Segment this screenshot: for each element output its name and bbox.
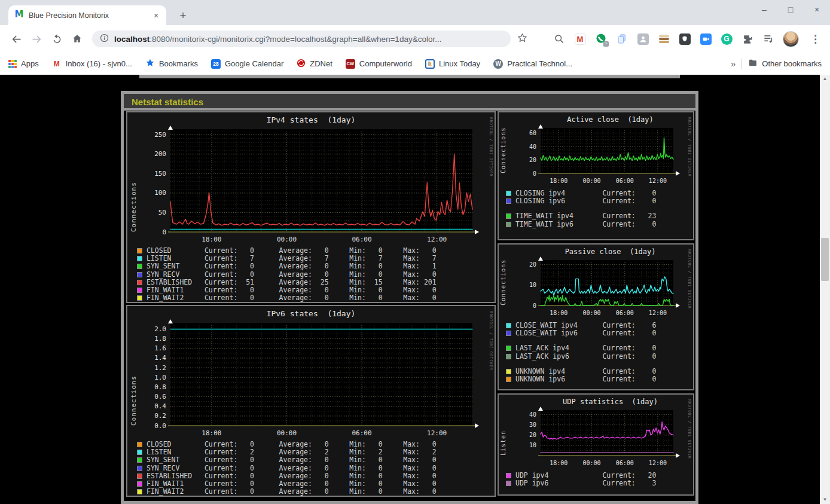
svg-text:06:00: 06:00 <box>352 429 372 437</box>
udp-statistics-graph-panel[interactable]: 18:0000:0006:0012:0010203040 UDP statist… <box>498 393 694 496</box>
svg-text:10: 10 <box>529 282 536 288</box>
svg-text:06:00: 06:00 <box>616 178 634 184</box>
video-camera-icon[interactable] <box>699 32 712 45</box>
wordpress-w-icon: W <box>493 59 503 69</box>
privacy-shield-icon[interactable] <box>678 32 691 45</box>
passive-close-plot: 18:0000:0006:0012:0001020 <box>499 245 693 321</box>
svg-text:18:00: 18:00 <box>550 310 567 316</box>
svg-text:18:00: 18:00 <box>550 460 567 466</box>
new-tab-button[interactable]: + <box>176 8 190 23</box>
bookmark-zdnet[interactable]: ZDNet <box>297 59 332 69</box>
bookmark-apps[interactable]: Apps <box>8 59 39 68</box>
ipv6-states-graph-panel[interactable]: 18:0000:0006:0012:000.00.20.40.60.81.01.… <box>126 305 496 497</box>
bookmark-practical-technology[interactable]: W Practical Technol... <box>493 59 572 69</box>
bookmark-bookmarks[interactable]: Bookmarks <box>145 58 198 69</box>
svg-text:1.0: 1.0 <box>154 374 166 381</box>
section-title: Netstat statistics <box>124 94 695 111</box>
grammarly-icon[interactable]: G <box>720 32 733 45</box>
svg-text:06:00: 06:00 <box>616 310 634 316</box>
zdnet-globe-icon <box>297 59 306 69</box>
scroll-down-arrow[interactable]: ▼ <box>820 496 830 504</box>
browser-menu-icon[interactable]: ⋮ <box>807 33 824 45</box>
svg-text:0: 0 <box>162 228 166 236</box>
home-button[interactable] <box>67 29 87 49</box>
svg-text:2.0: 2.0 <box>154 325 166 333</box>
bookmark-star-icon[interactable] <box>517 32 528 46</box>
browser-toolbar: localhost:8080/monitorix-cgi/monitorix.c… <box>0 25 830 53</box>
svg-text:18:00: 18:00 <box>550 178 567 184</box>
forward-button[interactable] <box>26 29 47 49</box>
other-bookmarks-button[interactable]: Other bookmarks <box>748 58 822 69</box>
svg-text:50: 50 <box>158 209 166 216</box>
svg-text:250: 250 <box>154 131 166 139</box>
ipv4-states-plot: 18:0000:0006:0012:00050100150200250 <box>127 112 495 246</box>
calendar-28-icon: 28 <box>211 59 221 69</box>
back-button[interactable] <box>6 29 26 49</box>
reload-button[interactable] <box>47 29 67 49</box>
bookmark-label: Linux Today <box>439 59 480 68</box>
reading-list-icon[interactable] <box>762 32 775 45</box>
chart-title: UDP statistics (1day) <box>527 398 693 406</box>
minimize-button[interactable]: – <box>759 5 769 14</box>
url-bar[interactable]: localhost:8080/monitorix-cgi/monitorix.c… <box>92 30 511 47</box>
svg-text:20: 20 <box>529 261 536 268</box>
svg-text:60: 60 <box>529 130 536 136</box>
profile-box-icon[interactable] <box>636 32 649 45</box>
svg-text:20: 20 <box>529 432 536 438</box>
svg-text:0.2: 0.2 <box>154 412 166 420</box>
book-stack-icon[interactable] <box>657 32 670 45</box>
browser-titlebar: M Blue Precision Monitorix × + – □ × <box>0 0 830 25</box>
svg-text:00:00: 00:00 <box>277 429 297 437</box>
bookmark-linux-today[interactable]: lt Linux Today <box>425 59 480 69</box>
user-avatar[interactable] <box>783 31 799 47</box>
window-controls: – □ × <box>759 5 822 14</box>
svg-text:00:00: 00:00 <box>582 460 600 466</box>
left-graph-column: 18:0000:0006:0012:00050100150200250 IPv4… <box>126 111 496 499</box>
monitorix-favicon: M <box>14 10 24 22</box>
scroll-up-arrow[interactable]: ▲ <box>820 75 830 83</box>
passive-close-graph-panel[interactable]: 18:0000:0006:0012:0001020 Passive close … <box>498 243 694 390</box>
svg-text:00:00: 00:00 <box>582 178 600 184</box>
gmail-extension-icon[interactable]: M <box>573 32 587 45</box>
search-icon[interactable] <box>553 32 566 45</box>
close-button[interactable]: × <box>812 5 822 14</box>
active-close-graph-panel[interactable]: 18:0000:0006:0012:000204060 Active close… <box>498 111 694 240</box>
bookmark-label: Practical Technol... <box>507 59 572 68</box>
apps-grid-icon <box>8 60 17 68</box>
svg-text:150: 150 <box>154 170 166 178</box>
tab-title: Blue Precision Monitorix <box>29 11 151 20</box>
y-axis-label: Connections <box>500 130 506 173</box>
svg-text:10: 10 <box>529 442 536 448</box>
svg-text:12:00: 12:00 <box>649 460 667 466</box>
svg-text:0: 0 <box>533 303 536 309</box>
svg-text:0.8: 0.8 <box>154 383 166 391</box>
maximize-button[interactable]: □ <box>786 5 795 14</box>
svg-text:1.4: 1.4 <box>154 354 166 362</box>
ipv4-states-graph-panel[interactable]: 18:0000:0006:0012:00050100150200250 IPv4… <box>126 111 496 303</box>
google-voice-icon[interactable]: ? <box>594 32 608 45</box>
cw-square-icon: CW <box>346 59 355 69</box>
y-axis-label: Listen <box>500 413 506 456</box>
y-axis-label: Connections <box>130 132 138 232</box>
puzzle-extensions-icon[interactable] <box>741 32 754 45</box>
bookmark-label: ZDNet <box>310 59 332 68</box>
svg-text:12:00: 12:00 <box>427 429 447 437</box>
copy-pages-icon[interactable] <box>615 32 628 45</box>
site-info-icon[interactable] <box>99 33 109 45</box>
active-close-plot: 18:0000:0006:0012:000204060 <box>499 112 693 189</box>
svg-text:0.0: 0.0 <box>154 422 166 430</box>
rrdtool-attribution: RRDTOOL / TOBI OETIKER <box>489 311 493 370</box>
svg-text:200: 200 <box>154 150 166 158</box>
bookmark-label: Apps <box>21 59 39 68</box>
chart-legend: UDP ipv4 Current: 20UDP ipv6 Current: 3 <box>499 472 693 487</box>
chart-legend: CLOSED Current: 0 Average: 0 Min: 0 Max:… <box>127 441 495 496</box>
rrdtool-attribution: RRDTOOL / TOBI OETIKER <box>489 117 493 176</box>
scrollbar-thumb[interactable] <box>821 238 829 281</box>
bookmark-label: Bookmarks <box>159 59 198 68</box>
bookmark-google-calendar[interactable]: 28 Google Calendar <box>211 59 283 69</box>
bookmark-computerworld[interactable]: CW Computerworld <box>346 59 412 69</box>
tab-close-icon[interactable]: × <box>151 11 161 20</box>
browser-tab[interactable]: M Blue Precision Monitorix × <box>8 5 166 25</box>
bookmark-inbox[interactable]: M Inbox (16) - sjvn0... <box>52 59 132 69</box>
bookmarks-overflow-icon[interactable]: » <box>731 59 736 69</box>
